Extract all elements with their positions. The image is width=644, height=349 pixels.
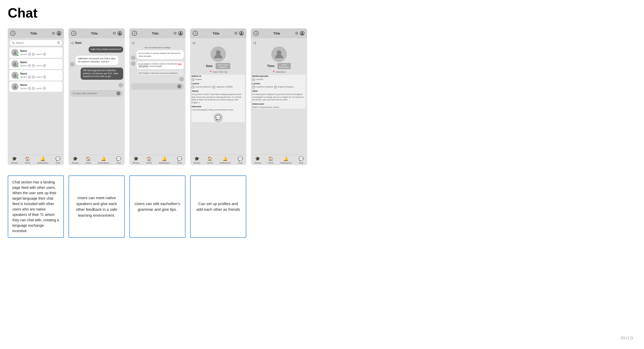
screen-2-chat-convo: ✕ Title ⚙ ◁ Sam Hallo Timo! Woher kommst… — [69, 28, 125, 165]
page-title: Chat — [8, 5, 636, 21]
chat-list-item-4[interactable]: Name Speaks ✕ ✕ Learns ✕ › — [9, 82, 62, 92]
search-input[interactable] — [16, 42, 56, 44]
svg-point-1 — [14, 51, 16, 53]
nav-review-5[interactable]: 🎓 Review — [254, 156, 261, 164]
notifications-label-2: Notifications — [98, 162, 109, 164]
gear-icon-2[interactable]: ⚙ — [113, 31, 116, 36]
chevron-3: › — [60, 74, 60, 77]
nav-chat-1[interactable]: 💬 Chat — [55, 156, 61, 164]
nav-review-1[interactable]: 🎓 Review — [11, 156, 18, 164]
nav-review-4[interactable]: 🎓 Review — [193, 156, 200, 164]
nav-home-1[interactable]: 🏠 Home — [25, 156, 30, 164]
nav-chat-3[interactable]: 💬 Chat — [177, 156, 182, 164]
input-bar-2[interactable]: Ich kann dich verstehen — [70, 90, 123, 97]
chat-list-item-2[interactable]: Name Speaks ✕ ✕ Learns ✕ › — [9, 59, 62, 69]
user-icon-1[interactable] — [57, 31, 61, 36]
send-friend-btn[interactable]: Send FriendRequest — [216, 63, 231, 69]
nav-notifications-3[interactable]: 🔔 Notifications — [159, 156, 170, 164]
close-icon-3[interactable]: ✕ — [132, 31, 137, 36]
gear-icon-5[interactable]: ⚙ — [295, 31, 298, 36]
user-icon-4[interactable] — [239, 31, 244, 36]
back-header-2: ◁ Sam — [70, 40, 123, 46]
timo-name: Timo — [267, 64, 274, 68]
gear-icon-3[interactable]: ⚙ — [173, 31, 177, 36]
close-icon-5[interactable]: ✕ — [253, 31, 259, 36]
chat-info-1: Name Speaks ✕ ✕ Learns ✕ — [20, 50, 58, 56]
nav-notifications-5[interactable]: 🔔 Notifications — [280, 156, 292, 164]
chevron-4: › — [60, 85, 60, 88]
nav-home-2[interactable]: 🏠 Home — [86, 156, 91, 164]
gear-icon-4[interactable]: ⚙ — [234, 31, 238, 36]
nav-chat-2[interactable]: 💬 Chat — [116, 156, 121, 164]
nav-chat-4[interactable]: 💬 Chat — [238, 156, 243, 164]
home-icon-3: 🏠 — [147, 156, 152, 161]
chat-button-4[interactable]: 💬 — [214, 113, 223, 122]
timo-location: 📍 München — [272, 71, 285, 73]
nav-review-3[interactable]: 🎓 Review — [133, 156, 139, 164]
home-label-3: Home — [146, 162, 152, 164]
review-label-1: Review — [11, 162, 18, 164]
chat-icon-1: 💬 — [55, 156, 61, 161]
chat-list-item-1[interactable]: Name Speaks ✕ ✕ Learns ✕ › — [9, 47, 62, 58]
back-arrow-3[interactable]: ◁ — [131, 41, 134, 45]
edit-profile-btn-label: Profilbearbeiten — [277, 63, 291, 69]
chat-sub-2: Speaks ✕ ✕ Learns ✕ — [20, 64, 58, 67]
close-icon-1[interactable]: ✕ — [10, 31, 15, 36]
menu-icon[interactable]: ☰ — [57, 41, 60, 45]
chat-list-item-3[interactable]: Name Speaks ✕ ✕ Learns ✕ › — [9, 70, 62, 80]
msg-avatar-3 — [131, 55, 135, 60]
correction-row: Es ist schön in meinen Garten! Die Blume… — [131, 61, 184, 76]
close-icon-2[interactable]: ✕ — [71, 31, 76, 36]
send-friend-btn-label: Send FriendRequest — [216, 63, 231, 69]
chat-icon-3: 💬 — [177, 156, 182, 161]
miro-watermark: miro — [621, 335, 634, 341]
profile-header-4: Sam Send FriendRequest 📍 New York City — [192, 46, 245, 73]
user-icon-5[interactable] — [300, 31, 304, 36]
edit-profile-btn[interactable]: Profilbearbeiten — [277, 63, 291, 69]
chat-label-4: Chat — [238, 162, 242, 164]
nav-home-3[interactable]: 🏠 Home — [146, 156, 152, 164]
close-icon-4[interactable]: ✕ — [193, 31, 198, 36]
online-dot-1 — [16, 54, 19, 56]
learns-lang-2: Japanese (日本語) — [216, 86, 233, 88]
review-icon-1: 🎓 — [12, 156, 17, 161]
sam-name: Sam — [206, 64, 213, 68]
notifications-icon-4: 🔔 — [223, 156, 228, 161]
topbar-2: ✕ Title ⚙ — [69, 28, 125, 38]
nav-notifications-1[interactable]: 🔔 Notifications — [37, 156, 48, 164]
speaks-flag-6: ✕ — [32, 76, 35, 78]
user-icon-3[interactable] — [178, 31, 183, 36]
home-icon-1: 🏠 — [25, 156, 30, 161]
input-bar-3[interactable] — [131, 83, 184, 90]
muttersprache-lang-row: ✕ Deutsch — [252, 78, 306, 81]
back-arrow-2[interactable]: ◁ — [71, 41, 73, 45]
nav-home-5[interactable]: 🏠 Home — [268, 156, 273, 164]
svg-point-2 — [14, 62, 16, 64]
send-button-2[interactable] — [116, 91, 121, 95]
avatar-2 — [11, 60, 19, 68]
msg-bubble-sent-1: Hallo Timo! Woher kommst du? — [89, 46, 123, 53]
muttersprache-flag: ✕ — [252, 78, 255, 81]
nav-notifications-4[interactable]: 🔔 Notifications — [219, 156, 231, 164]
gear-icon-1[interactable]: ⚙ — [52, 31, 55, 36]
home-icon-5: 🏠 — [268, 156, 273, 161]
interessen-text: Spiele, Programmieren, Reisen — [252, 106, 306, 109]
topbar-3: ✕ Title ⚙ — [129, 28, 185, 38]
nav-review-2[interactable]: 🎓 Review — [72, 156, 79, 164]
back-arrow-5[interactable]: ◁ — [253, 41, 256, 45]
nav-notifications-2[interactable]: 🔔 Notifications — [98, 156, 109, 164]
send-button-3[interactable] — [177, 84, 181, 88]
user-icon-2[interactable] — [117, 31, 122, 36]
back-arrow-4[interactable]: ◁ — [192, 41, 195, 45]
notifications-icon-3: 🔔 — [162, 156, 167, 161]
screen-1-content: 🔍 ☰ Name Speaks ✕ ✕ Learns ✕ — [8, 38, 64, 155]
lernen-lang-row: ✕ Spanisch (Español) ✕ Englisch (English… — [252, 86, 306, 88]
svg-point-9 — [301, 32, 303, 34]
native-in-title: Native in — [192, 75, 245, 77]
nav-chat-5[interactable]: 💬 Chat — [299, 156, 304, 164]
msg-sent-1: Hallo Timo! Woher kommst du? — [70, 46, 123, 54]
nav-home-4[interactable]: 🏠 Home — [207, 156, 213, 164]
avatar-right-1 — [70, 83, 123, 87]
speaks-flag-4: ✕ — [32, 64, 35, 67]
chat-label-1: Chat — [56, 162, 60, 164]
